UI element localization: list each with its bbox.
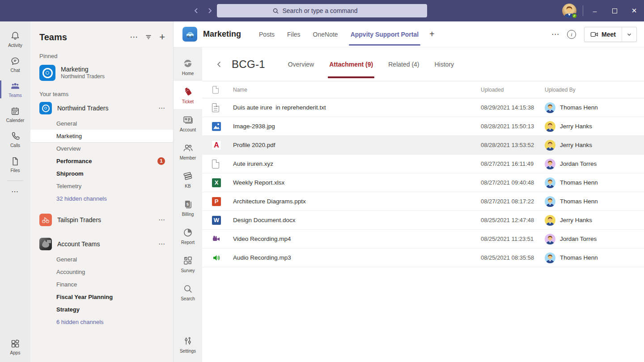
close-button[interactable]: ✕	[624, 0, 644, 21]
app-rail: Activity Chat Teams Calender Calls Files	[0, 21, 30, 362]
nav-back-button[interactable]	[191, 6, 201, 16]
sidebar-item-survey[interactable]: Survey	[174, 250, 202, 278]
column-header-name: Name	[233, 87, 481, 93]
minimize-button[interactable]: –	[585, 0, 605, 21]
channel-finance[interactable]: Finance	[30, 278, 173, 290]
generic-file-icon	[212, 160, 219, 168]
channel-more-options-button[interactable]: ⋯	[551, 29, 559, 39]
search-input[interactable]	[283, 7, 372, 14]
tab-attachment[interactable]: Attachment (9)	[322, 47, 381, 81]
meet-button[interactable]: Meet	[585, 27, 622, 42]
title-bar: ✓ – ✕	[0, 0, 644, 21]
channel-accounting[interactable]: Accounting	[30, 265, 173, 278]
rail-label: Teams	[8, 93, 21, 98]
sidebar-item-report[interactable]: Report	[174, 222, 202, 250]
northwind-logo-icon	[39, 65, 55, 81]
maximize-button[interactable]	[605, 0, 624, 21]
hidden-channels-link[interactable]: 32 hidden channels	[30, 192, 173, 205]
tab-overview[interactable]: Overview	[280, 47, 322, 81]
uploader-avatar	[545, 140, 555, 151]
sidebar-item-billing[interactable]: $ Billing	[174, 194, 202, 222]
sidebar-item-settings[interactable]: Settings	[174, 330, 202, 358]
table-row[interactable]: Profile 2020.pdf 08/28/2021 13:53:52 Jer…	[202, 136, 644, 155]
table-row[interactable]: Video Recording.mp4 08/25/2021 11:23:51 …	[202, 230, 644, 248]
uploader-avatar	[545, 159, 555, 169]
hidden-channels-link[interactable]: 6 hidden channels	[30, 316, 173, 328]
table-row[interactable]: Weekly Report.xlsx 08/27/2021 09:40:48 T…	[202, 173, 644, 192]
team-more-options-button[interactable]: ⋯	[158, 240, 165, 248]
channel-marketing[interactable]: Marketing	[30, 130, 173, 142]
rail-item-calls[interactable]: Calls	[0, 127, 30, 152]
sidebar-item-search[interactable]: Search	[174, 278, 202, 306]
knowledge-base-icon	[182, 170, 194, 182]
home-icon	[182, 58, 194, 69]
channel-fiscal-year-planning[interactable]: Fiscal Year Planning	[30, 290, 173, 303]
tab-appvity-support-portal[interactable]: Appvity Support Portal	[344, 21, 425, 47]
image-file-icon	[212, 122, 221, 131]
add-tab-button[interactable]: +	[425, 21, 439, 47]
table-row[interactable]: Audio Recording.mp3 08/25/2021 08:35:58 …	[202, 248, 644, 267]
document-icon	[212, 86, 219, 93]
apps-grid-icon	[10, 338, 21, 349]
titlebar-separator	[583, 5, 583, 16]
uploader-avatar	[545, 196, 555, 207]
channel-general[interactable]: General	[30, 253, 173, 265]
ticket-tabs: Overview Attachment (9) Related (4) Hist…	[280, 47, 462, 81]
tab-onenote[interactable]: OneNote	[307, 21, 344, 47]
team-northwind-traders[interactable]: Northwind Traders ⋯	[30, 99, 173, 117]
teams-list-panel: Teams ⋯ + Pinned Marketing Northwind Tra…	[30, 21, 174, 362]
rail-item-calendar[interactable]: Calender	[0, 102, 30, 127]
sidebar-item-account[interactable]: Account	[174, 109, 202, 137]
user-avatar[interactable]: ✓	[562, 4, 576, 18]
team-tailspin-traders[interactable]: Tailspin Traders ⋯	[30, 211, 173, 229]
command-search-box[interactable]	[217, 4, 427, 17]
team-more-options-button[interactable]: ⋯	[158, 104, 165, 112]
table-row[interactable]: Duis aute irure in reprehenderit.txt 08/…	[202, 98, 644, 117]
sidebar-item-home[interactable]: Home	[174, 53, 202, 81]
rail-item-chat[interactable]: Chat	[0, 52, 30, 77]
rail-item-activity[interactable]: Activity	[0, 27, 30, 52]
powerpoint-file-icon	[212, 197, 221, 206]
status-available-icon: ✓	[572, 13, 577, 19]
table-row[interactable]: Architecture Diagrams.pptx 08/27/2021 08…	[202, 192, 644, 211]
tab-posts[interactable]: Posts	[253, 21, 281, 47]
channel-strategy[interactable]: Strategy	[30, 303, 173, 316]
titlebar-right-controls: ✓ – ✕	[562, 0, 644, 21]
channel-telemetry[interactable]: Telemetry	[30, 180, 173, 192]
rail-item-files[interactable]: Files	[0, 152, 30, 177]
sidebar-item-kb[interactable]: KB	[174, 165, 202, 194]
nav-forward-button[interactable]	[205, 6, 215, 16]
meet-dropdown-button[interactable]	[622, 27, 636, 42]
northwind-logo-icon	[39, 102, 52, 114]
column-header-uploaded-by: Uploaded By	[545, 87, 644, 93]
table-row[interactable]: Aute iruren.xyz 08/27/2021 16:11:49 Jord…	[202, 155, 644, 173]
teams-more-options-button[interactable]: ⋯	[130, 32, 138, 42]
filter-icon[interactable]	[145, 34, 152, 41]
uploader-avatar	[545, 121, 555, 132]
team-account-teams[interactable]: Account Teams ⋯	[30, 235, 173, 253]
rail-item-apps[interactable]: Apps	[0, 334, 30, 359]
join-create-team-button[interactable]: +	[159, 33, 165, 41]
sidebar-item-ticket[interactable]: Ticket	[174, 81, 202, 109]
table-row[interactable]: Image-2938.jpg 08/28/2021 15:50:13 Jerry…	[202, 117, 644, 136]
rail-item-teams[interactable]: Teams	[0, 77, 30, 102]
tab-files[interactable]: Files	[281, 21, 307, 47]
channel-shiproom[interactable]: Shiproom	[30, 167, 173, 180]
channel-general[interactable]: General	[30, 117, 173, 130]
back-button[interactable]	[214, 59, 225, 70]
rail-label: Activity	[8, 43, 22, 48]
pinned-team-marketing[interactable]: Marketing Northwind Traders	[30, 61, 173, 84]
channel-overview[interactable]: Overview	[30, 142, 173, 155]
settings-sliders-icon	[182, 335, 194, 347]
info-icon[interactable]: i	[567, 30, 576, 39]
tailspin-logo-icon	[39, 214, 52, 226]
channel-performance[interactable]: Performance 1	[30, 155, 173, 167]
uploader-avatar	[545, 215, 555, 226]
sidebar-item-member[interactable]: Member	[174, 137, 202, 165]
team-more-options-button[interactable]: ⋯	[158, 216, 165, 224]
table-row[interactable]: Design Document.docx 08/25/2021 12:47:48…	[202, 211, 644, 230]
bell-icon	[10, 31, 21, 42]
rail-more-apps-button[interactable]: ⋯	[11, 185, 19, 198]
tab-related[interactable]: Related (4)	[381, 47, 427, 81]
tab-history[interactable]: History	[427, 47, 462, 81]
